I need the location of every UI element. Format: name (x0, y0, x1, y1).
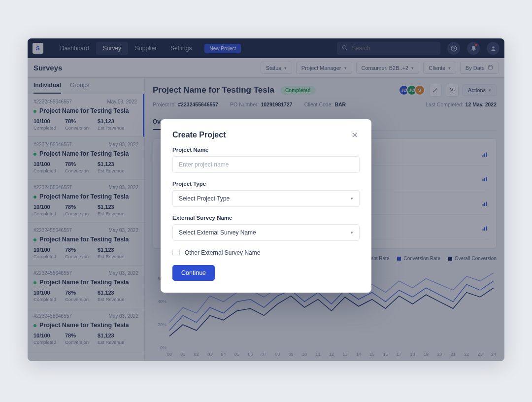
project-type-select[interactable]: Select Project Type ▾ (172, 190, 360, 207)
chevron-down-icon: ▾ (351, 196, 353, 201)
other-survey-checkbox[interactable] (172, 249, 180, 256)
app-frame: S DashboardSurveySupplierSettings New Pr… (28, 38, 504, 361)
modal-overlay: Create Project Project Name Project Type… (28, 38, 504, 361)
project-name-input[interactable] (172, 156, 360, 173)
continue-button[interactable]: Continue (172, 265, 215, 281)
create-project-modal: Create Project Project Name Project Type… (161, 119, 371, 293)
other-survey-label: Other External Survey Name (185, 249, 260, 256)
project-type-label: Project Type (172, 181, 360, 187)
close-icon[interactable] (350, 130, 360, 140)
modal-title: Create Project (172, 131, 226, 139)
chevron-down-icon: ▾ (351, 230, 353, 235)
external-survey-label: External Survey Name (172, 215, 360, 221)
project-name-label: Project Name (172, 147, 360, 153)
external-survey-select[interactable]: Select External Survey Name ▾ (172, 224, 360, 241)
